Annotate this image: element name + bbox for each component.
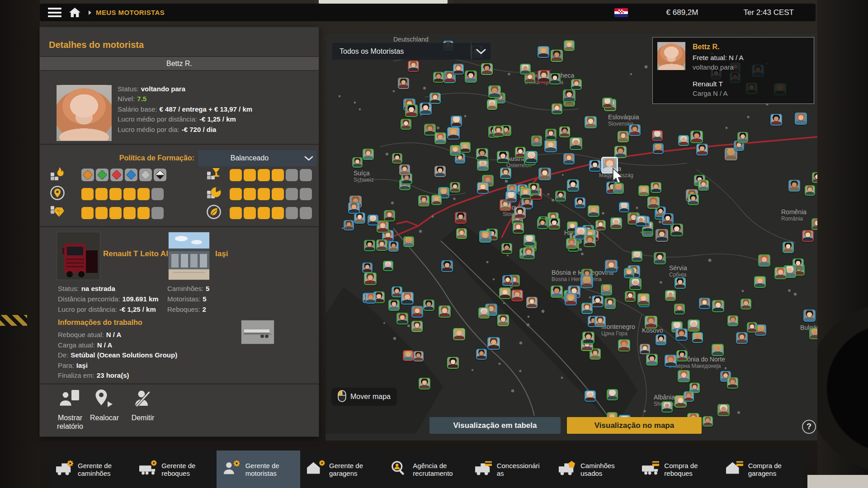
driver-marker[interactable] [481, 63, 493, 75]
driver-marker[interactable] [654, 252, 666, 264]
driver-marker[interactable] [413, 351, 424, 361]
driver-marker[interactable] [712, 300, 724, 312]
driver-marker[interactable] [549, 73, 561, 84]
driver-marker[interactable] [477, 159, 489, 171]
driver-marker[interactable] [501, 243, 512, 254]
driver-marker[interactable] [754, 276, 766, 288]
driver-marker[interactable] [640, 344, 650, 354]
driver-marker[interactable] [567, 179, 579, 192]
selected-driver-card[interactable]: Bettz R. Frete atual: N / A voltando par… [652, 37, 814, 104]
driver-marker[interactable] [563, 153, 575, 164]
driver-marker[interactable] [453, 64, 464, 75]
driver-marker[interactable] [433, 72, 444, 83]
driver-marker[interactable] [570, 137, 582, 150]
driver-marker[interactable] [479, 230, 491, 243]
menu-icon[interactable] [48, 8, 61, 17]
driver-marker[interactable] [376, 239, 387, 251]
help-button[interactable]: ? [802, 420, 816, 434]
chevron-down-icon[interactable] [471, 43, 491, 60]
driver-marker[interactable] [388, 300, 400, 311]
dismiss-button[interactable]: Demitir [118, 389, 168, 422]
world-map[interactable]: DeutschlandRepública TchecaČeská republi… [326, 34, 817, 441]
driver-marker[interactable] [525, 151, 538, 163]
driver-marker[interactable] [696, 144, 708, 155]
driver-marker[interactable] [607, 389, 618, 400]
driver-marker[interactable] [405, 104, 418, 117]
driver-marker[interactable] [610, 217, 622, 229]
driver-filter-dropdown[interactable]: Todos os Motoristas [332, 43, 491, 60]
driver-marker[interactable] [645, 316, 657, 328]
driver-marker[interactable] [811, 218, 817, 230]
driver-marker[interactable] [727, 377, 738, 389]
driver-marker[interactable] [441, 260, 453, 272]
nav-item-compra-de-reboques[interactable]: Compra de reboques [635, 450, 719, 488]
driver-marker[interactable] [431, 195, 442, 205]
driver-marker[interactable] [551, 50, 563, 62]
driver-marker[interactable] [363, 149, 374, 160]
driver-marker[interactable] [581, 303, 593, 314]
driver-marker[interactable] [717, 404, 730, 416]
driver-marker[interactable] [476, 148, 488, 160]
driver-marker[interactable] [629, 278, 642, 290]
driver-marker[interactable] [774, 267, 787, 279]
driver-marker[interactable] [531, 136, 542, 146]
driver-marker[interactable] [675, 277, 686, 289]
map-view-button[interactable]: Visualização no mapa [567, 417, 702, 434]
driver-marker[interactable] [665, 355, 677, 367]
driver-marker[interactable] [588, 205, 599, 217]
driver-marker[interactable] [497, 151, 509, 163]
garage-thumbnail[interactable] [168, 232, 210, 280]
driver-marker[interactable] [362, 263, 373, 273]
driver-marker[interactable] [493, 126, 504, 137]
driver-marker[interactable] [520, 188, 531, 199]
driver-marker[interactable] [676, 350, 688, 361]
nav-item-gerente-de-reboques[interactable]: Gerente de reboques [132, 450, 216, 488]
driver-marker[interactable] [523, 247, 535, 259]
driver-marker[interactable] [575, 197, 585, 208]
driver-marker[interactable] [592, 296, 604, 307]
driver-marker[interactable] [656, 334, 666, 345]
driver-marker[interactable] [647, 197, 660, 209]
driver-marker[interactable] [690, 131, 703, 143]
driver-marker[interactable] [571, 79, 582, 90]
driver-marker[interactable] [594, 316, 606, 327]
driver-marker[interactable] [368, 215, 378, 225]
nav-item-gerente-de-garagens[interactable]: Gerente de garagens [300, 450, 384, 488]
driver-marker[interactable] [747, 322, 757, 333]
driver-marker[interactable] [625, 291, 636, 302]
driver-marker[interactable] [584, 235, 596, 247]
driver-marker[interactable] [399, 164, 410, 175]
driver-marker[interactable] [637, 293, 650, 305]
nav-item-caminh-es-usados[interactable]: Caminhões usados [552, 450, 635, 488]
driver-marker[interactable] [678, 135, 689, 146]
driver-marker[interactable] [538, 168, 551, 180]
driver-marker[interactable] [809, 328, 817, 339]
driver-marker[interactable] [618, 131, 629, 142]
driver-marker[interactable] [411, 321, 423, 332]
driver-marker[interactable] [383, 261, 393, 271]
driver-marker[interactable] [447, 127, 460, 140]
driver-marker[interactable] [497, 314, 509, 326]
driver-marker[interactable] [670, 224, 683, 236]
driver-marker[interactable] [580, 276, 593, 288]
driver-marker[interactable] [656, 229, 668, 242]
driver-marker[interactable] [388, 241, 399, 252]
driver-marker[interactable] [354, 212, 365, 224]
driver-marker[interactable] [662, 213, 674, 225]
driver-marker[interactable] [803, 310, 816, 322]
driver-marker[interactable] [566, 238, 577, 249]
driver-marker[interactable] [487, 99, 497, 110]
driver-marker[interactable] [418, 195, 429, 206]
driver-marker[interactable] [401, 119, 411, 130]
driver-marker[interactable] [488, 85, 501, 98]
driver-marker[interactable] [499, 287, 511, 299]
driver-marker[interactable] [605, 260, 618, 272]
training-policy-dropdown[interactable]: Balanceado [198, 150, 316, 166]
driver-marker[interactable] [513, 222, 524, 234]
driver-marker[interactable] [589, 160, 601, 172]
driver-marker[interactable] [595, 220, 606, 230]
driver-marker[interactable] [520, 64, 531, 75]
home-icon[interactable] [69, 7, 81, 18]
driver-marker[interactable] [420, 103, 432, 115]
driver-marker[interactable] [477, 182, 489, 194]
